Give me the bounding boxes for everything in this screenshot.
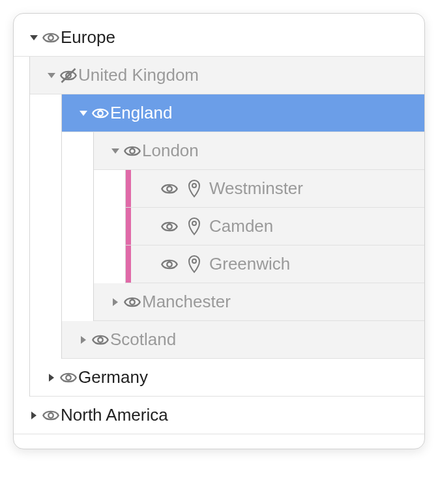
status-stripe (126, 245, 131, 283)
location-pin-icon (186, 179, 203, 199)
eye-icon[interactable] (160, 217, 179, 236)
tree-row-europe[interactable]: Europe (14, 19, 424, 57)
eye-icon[interactable] (123, 141, 142, 161)
tree-label: Germany (78, 367, 148, 387)
tree-row-uk[interactable]: United Kingdom (30, 57, 424, 94)
chevron-right-icon[interactable] (44, 371, 59, 385)
chevron-right-icon[interactable] (27, 408, 41, 423)
eye-icon[interactable] (41, 406, 61, 425)
eye-icon[interactable] (91, 330, 110, 350)
chevron-down-icon[interactable] (108, 144, 123, 158)
eye-icon[interactable] (123, 292, 142, 312)
tree-row-scotland[interactable]: Scotland (62, 321, 424, 359)
tree-label: England (110, 103, 172, 123)
tree-row-north-america[interactable]: North America (14, 397, 424, 434)
eye-icon[interactable] (160, 255, 179, 274)
tree-panel: Europe United Kingdom England (13, 13, 425, 449)
tree-label: Camden (209, 216, 273, 236)
tree-row-manchester[interactable]: Manchester (94, 283, 424, 321)
chevron-down-icon[interactable] (76, 106, 91, 120)
eye-icon[interactable] (91, 104, 110, 123)
tree-row-greenwich[interactable]: Greenwich (126, 245, 424, 283)
tree-label: Scotland (110, 329, 176, 350)
chevron-right-icon[interactable] (76, 333, 91, 347)
tree-label: Europe (61, 27, 115, 48)
tree-label: London (142, 141, 199, 161)
eye-icon[interactable] (59, 368, 78, 387)
tree-row-london[interactable]: London (94, 132, 424, 170)
tree-row-westminster[interactable]: Westminster (126, 170, 424, 208)
tree-label: Westminster (209, 178, 303, 199)
eye-icon[interactable] (41, 28, 61, 48)
tree-label: United Kingdom (78, 65, 199, 85)
tree-row-england[interactable]: England (62, 94, 424, 132)
tree-label: Manchester (142, 292, 231, 312)
status-stripe (126, 208, 131, 245)
chevron-right-icon[interactable] (108, 295, 123, 309)
status-stripe (126, 170, 131, 207)
location-pin-icon (186, 255, 203, 274)
tree-row-germany[interactable]: Germany (30, 359, 424, 397)
eye-icon[interactable] (160, 179, 179, 199)
tree-label: Greenwich (209, 254, 290, 274)
tree-label: North America (61, 405, 168, 425)
chevron-down-icon[interactable] (44, 68, 59, 83)
eye-off-icon[interactable] (59, 66, 78, 85)
location-pin-icon (186, 217, 203, 236)
tree-row-camden[interactable]: Camden (126, 208, 424, 245)
chevron-down-icon[interactable] (27, 31, 41, 45)
